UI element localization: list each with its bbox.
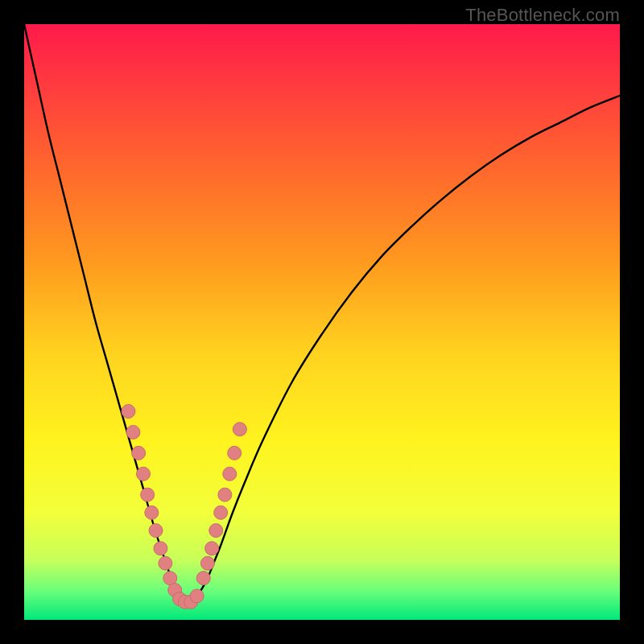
scatter-dot (218, 488, 232, 502)
watermark-text: TheBottleneck.com (465, 5, 620, 26)
scatter-dot (145, 506, 159, 519)
scatter-dot (122, 405, 135, 419)
chart-frame: TheBottleneck.com (0, 0, 644, 644)
scatter-dot (141, 488, 155, 502)
scatter-dot (214, 506, 228, 519)
scatter-dot (205, 542, 219, 555)
scatter-dot (126, 425, 140, 439)
scatter-dot (149, 524, 163, 538)
scatter-dot (154, 542, 167, 555)
scatter-dot (196, 572, 210, 585)
scatter-dot (233, 423, 246, 436)
scatter-dot (209, 524, 223, 538)
plot-area (24, 24, 620, 620)
bottleneck-curve (24, 24, 620, 603)
scatter-dot (137, 467, 151, 481)
scatter-dot (132, 446, 146, 460)
curve-layer (24, 24, 620, 620)
scatter-dot (223, 467, 237, 481)
scatter-dot (190, 589, 204, 603)
scatter-dot (228, 446, 242, 460)
scatter-dots-group (122, 405, 246, 609)
scatter-dot (200, 556, 214, 570)
scatter-dot (159, 556, 172, 570)
